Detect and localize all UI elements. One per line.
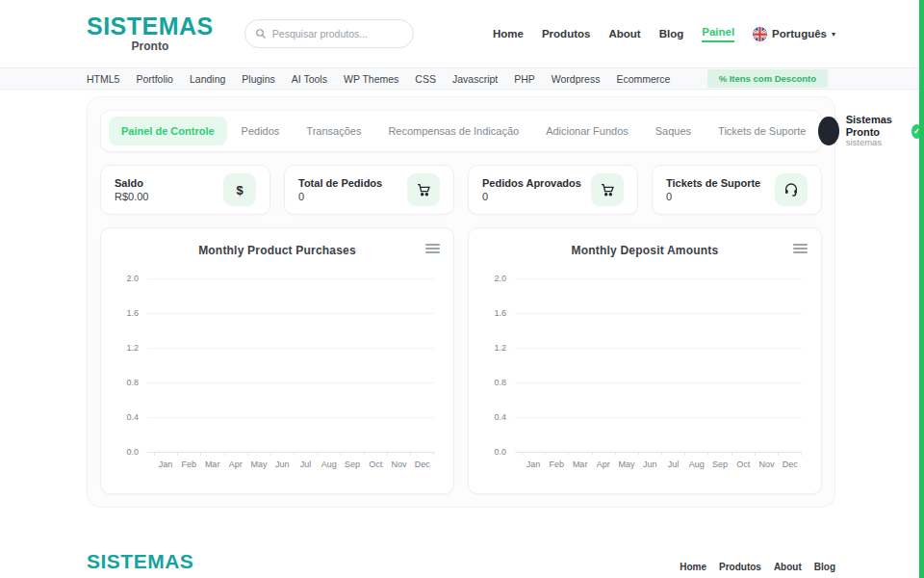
stat-text: SaldoR$0.00 [115, 177, 148, 202]
nav-home[interactable]: Home [493, 28, 524, 39]
chart-grid: 2.01.61.20.80.40.0 [116, 278, 434, 452]
cart-icon [591, 173, 624, 206]
category-bar: HTML5PortfolioLandingPluginsAI ToolsWP T… [0, 67, 924, 90]
stat-value: 0 [482, 191, 581, 202]
tab-tickets-de-suporte[interactable]: Tickets de Suporte [706, 117, 818, 145]
gridline: 2.0 [484, 274, 802, 283]
y-tick-label: 1.2 [484, 343, 515, 353]
charts-row: Monthly Product Purchases2.01.61.20.80.4… [100, 227, 822, 494]
x-tick-label: May [615, 460, 638, 469]
x-tick-label: Sep [708, 460, 732, 469]
y-tick-label: 0.4 [484, 412, 515, 422]
x-tick-label: Sep [341, 460, 364, 469]
grid-line [515, 278, 802, 279]
gridline: 0.4 [484, 412, 802, 422]
footer-link-about[interactable]: About [774, 562, 802, 572]
x-tick-label: Feb [545, 460, 568, 469]
grid-line [515, 452, 802, 453]
avatar [818, 117, 838, 145]
x-tick-label: Aug [318, 460, 341, 469]
logo[interactable]: SISTEMAS Pronto [87, 14, 214, 53]
hamburger-icon[interactable] [793, 242, 808, 255]
category-landing[interactable]: Landing [190, 73, 225, 85]
tab-adicionar-fundos[interactable]: Adicionar Fundos [533, 117, 641, 145]
language-selector[interactable]: Português ▾ [753, 27, 835, 41]
tab-pedidos[interactable]: Pedidos [229, 117, 293, 145]
category-css[interactable]: CSS [415, 73, 436, 85]
y-tick-label: 0.8 [116, 378, 147, 387]
stat-title: Saldo [115, 177, 148, 189]
logo-subtitle: Pronto [87, 39, 214, 53]
x-tick-label: Feb [177, 460, 200, 469]
gridline: 1.2 [116, 343, 434, 353]
dollar-icon: $ [223, 173, 256, 206]
tab-saques[interactable]: Saques [643, 117, 704, 145]
x-tick-label: Dec [779, 460, 802, 469]
grid-line [515, 348, 802, 349]
nav-produtos[interactable]: Produtos [542, 28, 590, 39]
search-box[interactable] [244, 19, 414, 48]
language-label: Português [772, 28, 827, 39]
page-edge-accent [919, 0, 924, 578]
grid-line [515, 417, 802, 418]
search-input[interactable] [272, 28, 403, 39]
x-tick-label: May [247, 460, 270, 469]
grid-line [515, 313, 802, 314]
category-ecommerce[interactable]: Ecommerce [616, 73, 670, 85]
x-tick-label: Dec [411, 460, 434, 469]
tab-recompensas-de-indicacao[interactable]: Recompensas de Indicação [375, 117, 531, 145]
nav-blog[interactable]: Blog [659, 28, 684, 39]
account-widget[interactable]: Sistemas Pronto sistemas ✓ [818, 114, 924, 148]
y-tick-label: 2.0 [116, 274, 147, 283]
chart-card-monthly-product-purchases: Monthly Product Purchases2.01.61.20.80.4… [100, 227, 454, 494]
stat-text: Pedidos Aprovados0 [482, 177, 581, 202]
x-tick-label: Jan [154, 460, 177, 469]
x-axis-labels: JanFebMarAprMayJunJulAugSepOctNovDec [154, 460, 434, 469]
stat-card-total-de-pedidos: Total de Pedidos0 [284, 165, 454, 215]
stat-card-pedidos-aprovados: Pedidos Aprovados0 [468, 165, 638, 215]
search-icon [255, 28, 267, 39]
grid-line [147, 348, 434, 349]
gridline: 0.8 [116, 378, 434, 387]
chevron-down-icon: ▾ [832, 30, 835, 39]
y-tick-label: 1.6 [116, 308, 147, 318]
x-tick-label: Jul [662, 460, 685, 469]
category-plugins[interactable]: Plugins [242, 73, 274, 85]
grid-line [147, 417, 434, 418]
y-tick-label: 1.6 [484, 308, 515, 318]
grid-line [147, 313, 434, 314]
footer-link-produtos[interactable]: Produtos [719, 562, 761, 572]
category-links: HTML5PortfolioLandingPluginsAI ToolsWP T… [87, 73, 670, 85]
x-tick-label: Jul [295, 460, 318, 469]
tab-transacoes[interactable]: Transações [294, 117, 373, 145]
y-tick-label: 0.8 [484, 378, 515, 387]
stat-title: Pedidos Aprovados [482, 177, 581, 189]
discount-badge: % Itens com Desconto [707, 69, 828, 88]
footer-link-home[interactable]: Home [680, 562, 706, 572]
stat-card-tickets-de-suporte: Tickets de Suporte0 [652, 165, 822, 215]
category-ai-tools[interactable]: AI Tools [292, 73, 327, 85]
chart-title: Monthly Product Purchases [115, 244, 440, 257]
x-tick-label: Nov [388, 460, 411, 469]
stat-value: R$0.00 [115, 191, 148, 202]
nav-about[interactable]: About [608, 28, 640, 39]
y-tick-label: 0.4 [116, 412, 147, 422]
category-html5[interactable]: HTML5 [87, 73, 119, 85]
category-wordpress[interactable]: Wordpress [552, 73, 601, 85]
category-wp-themes[interactable]: WP Themes [344, 73, 398, 85]
y-tick-label: 0.0 [116, 447, 147, 457]
tab-painel-de-controle[interactable]: Painel de Controle [109, 117, 227, 145]
footer-link-blog[interactable]: Blog [814, 562, 835, 572]
category-javascript[interactable]: Javascript [452, 73, 498, 85]
x-tick-label: Oct [364, 460, 387, 469]
category-php[interactable]: PHP [514, 73, 535, 85]
nav-painel[interactable]: Painel [702, 26, 734, 42]
footer-logo[interactable]: SISTEMAS [87, 550, 193, 573]
category-portfolio[interactable]: Portfolio [136, 73, 173, 85]
y-tick-label: 1.2 [116, 343, 147, 353]
chart-grid: 2.01.61.20.80.40.0 [484, 278, 802, 452]
x-axis-labels: JanFebMarAprMayJunJulAugSepOctNovDec [522, 460, 802, 469]
y-tick-label: 0.0 [484, 447, 515, 457]
hamburger-icon[interactable] [425, 242, 440, 255]
gridline: 2.0 [116, 274, 434, 283]
